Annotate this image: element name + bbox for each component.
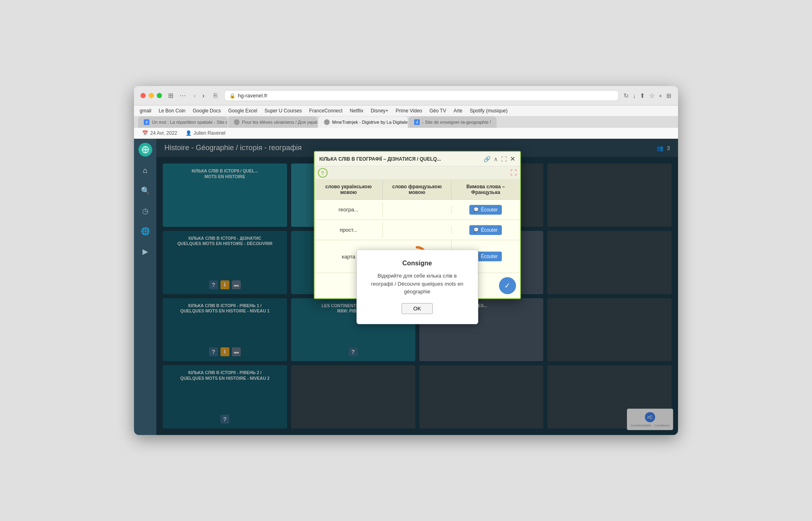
title-bar: ⊞ ⋯ ‹ › ⎘ 🔒 hg-ravenel.fr ↻ ↓ ⬆ ☆ + ⊞ <box>134 86 678 105</box>
sidebar: ⌂ 🔍 ◷ 🌐 ▶ <box>134 139 156 435</box>
minimize-traffic-light[interactable] <box>149 93 154 98</box>
browser-window: ⊞ ⋯ ‹ › ⎘ 🔒 hg-ravenel.fr ↻ ↓ ⬆ ☆ + ⊞ gm… <box>134 86 678 435</box>
tab-4[interactable]: J - Site de enseigner-la-geographie ! <box>408 116 497 128</box>
refresh-icon[interactable]: ↻ <box>624 92 629 99</box>
tab-2-label: Pour les élèves ukrainiens / Для українс… <box>242 120 317 125</box>
bookmark-franceconnect[interactable]: FranceConnect <box>309 108 343 114</box>
bookmarks-bar: gmail Le Bon Coin Google Docs Google Exc… <box>134 105 678 116</box>
page-area: Histoire - Géographie / історія - геогра… <box>156 139 678 435</box>
consigne-title: Consigne <box>368 260 466 267</box>
tab-3-favicon <box>324 119 330 125</box>
sidebar-logo <box>138 143 152 157</box>
bookmark-disneyplus[interactable]: Disney+ <box>371 108 389 114</box>
url-text: hg-ravenel.fr <box>238 93 613 99</box>
download-icon[interactable]: ↓ <box>633 92 636 99</box>
maximize-traffic-light[interactable] <box>157 93 162 98</box>
meta-date-item: 📅 24 Avr, 2022 <box>142 130 177 136</box>
calendar-icon: 📅 <box>142 130 148 136</box>
consigne-ok-button[interactable]: OK <box>402 303 433 314</box>
bookmark-geotv[interactable]: Géo TV <box>430 108 446 114</box>
grid-icon[interactable]: ⋯ <box>179 92 186 99</box>
sidebar-home-icon[interactable]: ⌂ <box>134 165 156 177</box>
nav-buttons: ‹ › <box>191 91 207 100</box>
main-content: ⌂ 🔍 ◷ 🌐 ▶ Histoire - Géographie / історі… <box>134 139 678 435</box>
meta-bar: 📅 24 Avr, 2022 👤 Julien Ravenel <box>134 128 678 139</box>
extensions-icon[interactable]: ⊞ <box>666 92 672 99</box>
consigne-overlay: Consigne Відкрийте для себе кілька слів … <box>156 139 678 435</box>
bookmark-superucourses[interactable]: Super U Courses <box>264 108 302 114</box>
sidebar-play-icon[interactable]: ▶ <box>134 245 156 258</box>
star-icon[interactable]: ☆ <box>649 92 654 99</box>
consigne-text: Відкрийте для себе кілька слів в географ… <box>368 272 466 296</box>
tab-1-favicon: J <box>144 119 149 125</box>
tab-4-label: - Site de enseigner-la-geographie ! <box>422 120 491 125</box>
tab-2[interactable]: Pour les élèves ukrainiens / Для українс… <box>228 116 317 128</box>
sidebar-search-icon[interactable]: 🔍 <box>134 185 156 197</box>
consigne-dialog: Consigne Відкрийте для себе кілька слів … <box>356 250 478 324</box>
toolbar-actions: ↻ ↓ ⬆ ☆ + ⊞ <box>624 92 672 99</box>
person-icon: 👤 <box>186 130 192 136</box>
share-icon[interactable]: ⬆ <box>640 92 645 99</box>
bookmark-leboncoin[interactable]: Le Bon Coin <box>159 108 186 114</box>
bookmark-googleexcel[interactable]: Google Excel <box>228 108 257 114</box>
lock-icon: 🔒 <box>229 93 235 99</box>
meta-author: Julien Ravenel <box>194 130 226 136</box>
back-button[interactable]: ‹ <box>191 91 198 100</box>
bookmark-netflix[interactable]: Netflix <box>350 108 363 114</box>
address-bar[interactable]: 🔒 hg-ravenel.fr <box>224 90 619 101</box>
sidebar-globe-icon[interactable]: 🌐 <box>134 225 156 237</box>
activity-modal: КІЛЬКА СЛІВ В ГЕОГРАФІЇ – ДІЗНАТИСЯ / QU… <box>314 151 521 299</box>
bookmark-icon[interactable]: ⎘ <box>212 92 219 99</box>
bookmark-spotify[interactable]: Spotify (musique) <box>470 108 508 114</box>
bookmark-arte[interactable]: Arte <box>454 108 462 114</box>
tab-3-label: MmeTratnjek - Digidrive by La Digitale <box>332 120 408 125</box>
bookmark-googledocs[interactable]: Google Docs <box>193 108 221 114</box>
bookmark-primevideo[interactable]: Prime Video <box>396 108 422 114</box>
tabs-bar: J Un mot : La répartition spatiale - Sit… <box>134 116 678 128</box>
traffic-lights <box>140 93 162 98</box>
sidebar-history-icon[interactable]: ◷ <box>134 205 156 217</box>
add-tab-icon[interactable]: + <box>659 92 662 99</box>
meta-date: 24 Avr, 2022 <box>150 130 177 136</box>
tab-2-favicon <box>234 119 240 125</box>
bookmark-gmail[interactable]: gmail <box>140 108 151 114</box>
tab-1-label: Un mot : La répartition spatiale - Site … <box>152 120 227 125</box>
tab-4-favicon: J <box>414 119 420 125</box>
forward-button[interactable]: › <box>200 91 207 100</box>
meta-author-item: 👤 Julien Ravenel <box>186 130 226 136</box>
sidebar-toggle-icon[interactable]: ⊞ <box>167 92 174 99</box>
tab-1[interactable]: J Un mot : La répartition spatiale - Sit… <box>138 116 227 128</box>
close-traffic-light[interactable] <box>140 93 146 98</box>
tab-3[interactable]: MmeTratnjek - Digidrive by La Digitale <box>318 116 408 128</box>
modal-overlay: КІЛЬКА СЛІВ В ГЕОГРАФІЇ – ДІЗНАТИСЯ / QU… <box>156 139 678 435</box>
